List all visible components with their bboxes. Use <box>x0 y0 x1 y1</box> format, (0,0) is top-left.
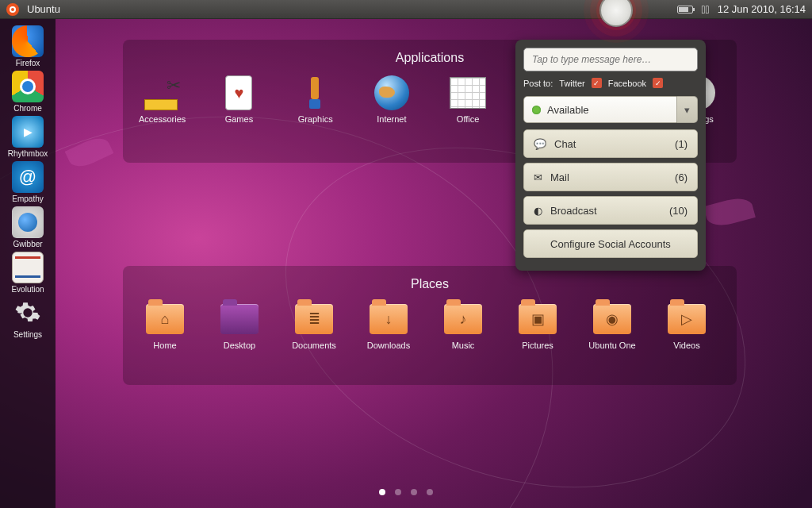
memenu-row-count: (1) <box>675 138 688 150</box>
place-label: Desktop <box>224 341 255 350</box>
ubuntu-logo-icon[interactable] <box>6 3 19 16</box>
app-games[interactable]: ♥Games <box>216 75 262 124</box>
place-pictures[interactable]: ▣Pictures <box>511 301 564 350</box>
post-to-label: Post to: <box>523 79 553 88</box>
place-downloads[interactable]: ↓Downloads <box>362 301 415 350</box>
status-label: Available <box>547 104 589 116</box>
status-selector[interactable]: Available ▾ <box>523 96 698 123</box>
playing-card-icon: ♥ <box>225 75 252 110</box>
launcher-label: Firefox <box>16 59 40 67</box>
mail-icon: ✉ <box>534 171 542 183</box>
folder-icon: ↓ <box>370 304 408 334</box>
memenu-chat-row[interactable]: 💬Chat(1) <box>523 129 698 158</box>
launcher-label: Gwibber <box>13 240 42 248</box>
place-music[interactable]: ♪Music <box>437 301 489 350</box>
page-dot[interactable] <box>395 489 401 495</box>
configure-social-accounts-button[interactable]: Configure Social Accounts <box>523 229 698 258</box>
launcher-label: Chrome <box>13 104 42 113</box>
launcher-firefox[interactable]: Firefox <box>3 25 52 67</box>
place-label: Documents <box>292 341 336 350</box>
status-dropdown-arrow[interactable]: ▾ <box>677 96 698 123</box>
post-target-twitter: Twitter <box>559 79 584 88</box>
place-documents[interactable]: ≣Documents <box>288 301 340 350</box>
folder-icon: ≣ <box>295 304 333 334</box>
memenu-row-count: (6) <box>675 171 688 183</box>
globe-icon <box>374 75 409 110</box>
firefox-icon <box>12 25 44 57</box>
memenu-row-count: (10) <box>669 205 688 217</box>
page-dot[interactable] <box>411 489 417 495</box>
app-label: Graphics <box>298 114 333 124</box>
places-panel: Places ⌂HomeDesktop≣Documents↓Downloads♪… <box>123 266 737 385</box>
place-label: Music <box>452 341 475 350</box>
at-icon: @ <box>12 161 44 193</box>
place-label: Videos <box>673 341 699 350</box>
launcher-rhythmbox[interactable]: Rhythmbox <box>3 116 52 158</box>
memenu-row-label: Chat <box>554 138 576 150</box>
place-home[interactable]: ⌂Home <box>139 301 191 350</box>
app-internet[interactable]: Internet <box>369 75 415 124</box>
broadcast-input[interactable] <box>523 48 698 71</box>
launcher-empathy[interactable]: @Empathy <box>3 161 52 203</box>
launcher-label: Settings <box>13 330 42 339</box>
me-menu-popup: Post to: Twitter ✓ Facebook ✓ Available … <box>515 40 706 271</box>
app-accessories[interactable]: Accessories <box>139 75 186 124</box>
app-label: Accessories <box>139 114 186 124</box>
launcher-label: Empathy <box>12 194 43 203</box>
rhythm-icon <box>12 116 44 148</box>
place-label: Downloads <box>367 341 410 350</box>
folder-icon: ♪ <box>444 304 482 334</box>
wifi-icon[interactable]: ◉⃝ <box>701 4 709 15</box>
page-dot[interactable] <box>379 489 385 495</box>
memenu-row-label: Broadcast <box>550 205 597 217</box>
post-target-facebook: Facebook <box>608 79 646 88</box>
facebook-checkbox[interactable]: ✓ <box>653 78 663 88</box>
top-panel: Ubuntu ◉⃝ 12 Jun 2010, 16:14 <box>0 0 812 19</box>
status-available-icon <box>532 106 541 114</box>
battery-icon[interactable] <box>677 6 693 13</box>
twitter-checkbox[interactable]: ✓ <box>592 78 602 88</box>
evolution-icon <box>12 252 44 283</box>
launcher-chrome[interactable]: Chrome <box>3 71 52 113</box>
ruler-scissors-icon <box>144 75 181 110</box>
memenu-broadcast-row[interactable]: ◐Broadcast(10) <box>523 196 698 225</box>
app-label: Internet <box>377 114 406 124</box>
launcher-gwibber[interactable]: Gwibber <box>3 206 52 248</box>
places-title: Places <box>139 277 721 291</box>
folder-icon: ▷ <box>668 304 706 334</box>
gwibber-icon <box>12 206 44 238</box>
folder-icon <box>220 304 259 334</box>
app-graphics[interactable]: Graphics <box>293 75 339 124</box>
launcher-label: Rhythmbox <box>8 149 48 158</box>
workspace-pager[interactable] <box>0 489 812 495</box>
clock[interactable]: 12 Jun 2010, 16:14 <box>718 3 806 15</box>
spreadsheet-icon <box>450 77 486 109</box>
broadcast-icon: ◐ <box>534 205 542 217</box>
chrome-icon <box>12 71 44 102</box>
page-dot[interactable] <box>427 489 433 495</box>
launcher-evolution[interactable]: Evolution <box>3 252 52 294</box>
place-label: Ubuntu One <box>588 341 635 350</box>
place-label: Pictures <box>522 341 553 350</box>
folder-icon: ⌂ <box>146 304 184 334</box>
app-label: Office <box>457 114 480 124</box>
launcher: FirefoxChromeRhythmbox@EmpathyGwibberEvo… <box>0 19 56 508</box>
panel-title: Ubuntu <box>27 3 60 15</box>
folder-icon: ▣ <box>519 304 557 334</box>
place-ubuntu-one[interactable]: ◉Ubuntu One <box>586 301 638 350</box>
place-videos[interactable]: ▷Videos <box>661 301 713 350</box>
memenu-mail-row[interactable]: ✉Mail(6) <box>523 163 698 191</box>
launcher-label: Evolution <box>11 285 44 294</box>
launcher-settings[interactable]: Settings <box>3 297 52 339</box>
app-office[interactable]: Office <box>445 75 491 124</box>
place-desktop[interactable]: Desktop <box>213 301 266 350</box>
folder-icon: ◉ <box>593 304 631 334</box>
paintbrush-icon <box>298 75 333 110</box>
gear-icon <box>12 297 44 329</box>
post-to-row: Post to: Twitter ✓ Facebook ✓ <box>523 78 698 88</box>
app-label: Games <box>225 114 253 124</box>
me-menu-button[interactable] <box>599 0 633 27</box>
place-label: Home <box>153 341 176 350</box>
chat-icon: 💬 <box>534 138 546 150</box>
memenu-row-label: Mail <box>550 171 569 183</box>
